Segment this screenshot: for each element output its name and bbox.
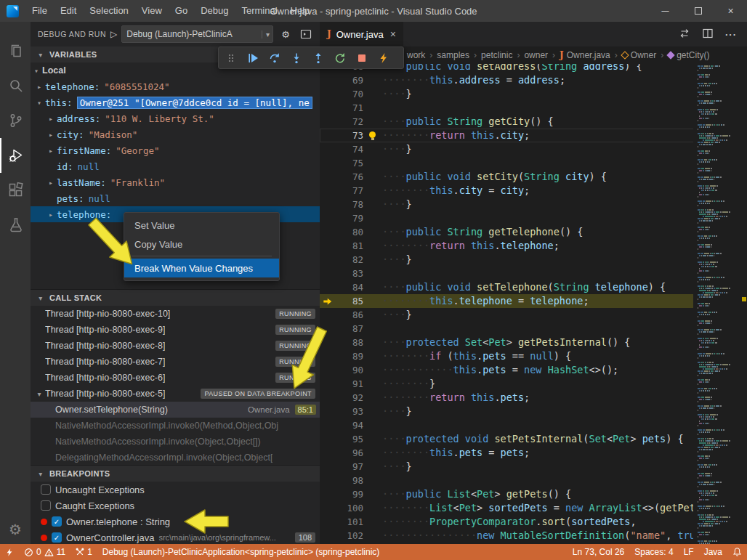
breakpoint-row[interactable]: ✓OwnerController.javasrc\main\java\org\s…: [31, 529, 320, 544]
debug-session-indicator[interactable]: Debug (Launch)-PetClinicApplication<spri…: [97, 544, 385, 560]
breakpoint-row[interactable]: Caught Exceptions: [31, 498, 320, 514]
thread-row[interactable]: ▾Thread [http-nio-8080-exec-5]PAUSED ON …: [31, 386, 320, 402]
run-debug-icon[interactable]: [0, 138, 31, 173]
code-line[interactable]: 84····public void setTelephone(String te…: [320, 280, 747, 294]
breadcrumb-item[interactable]: Owner: [622, 50, 656, 60]
restart-button[interactable]: [329, 48, 351, 68]
code-line[interactable]: 76····public void setCity(String city) {: [320, 170, 747, 184]
breadcrumb-item[interactable]: petclinic: [481, 50, 512, 60]
build-status[interactable]: 1: [70, 544, 97, 560]
gutter-glyph[interactable]: [320, 377, 336, 391]
gutter-glyph[interactable]: [320, 515, 336, 529]
language-indicator[interactable]: Java: [699, 544, 727, 560]
code-line[interactable]: 90············this.pets = new HashSet<>(…: [320, 363, 747, 377]
gutter-glyph[interactable]: [320, 142, 336, 156]
continue-button[interactable]: [242, 48, 264, 68]
breadcrumb-item[interactable]: owner: [524, 50, 548, 60]
chevron-down-icon[interactable]: ▾: [31, 67, 42, 75]
breakpoint-row[interactable]: Uncaught Exceptions: [31, 482, 320, 498]
code-line[interactable]: 79: [320, 211, 747, 225]
gutter-glyph[interactable]: [320, 336, 336, 349]
problems-indicator[interactable]: 0 11: [19, 544, 70, 560]
stop-button[interactable]: [351, 48, 373, 68]
stack-frame-row[interactable]: NativeMethodAccessorImpl.invoke0(Method,…: [31, 418, 320, 434]
breakpoint-checkbox[interactable]: [41, 500, 51, 511]
extensions-icon[interactable]: [0, 173, 31, 208]
chevron-right-icon[interactable]: ▸: [45, 179, 57, 187]
code-line[interactable]: 102················new MutableSortDefini…: [320, 529, 747, 543]
paused-frame-arrow-icon[interactable]: [320, 294, 336, 308]
gutter-glyph[interactable]: [320, 308, 336, 322]
break-when-value-changes-menu-item[interactable]: Break When Value Changes: [124, 259, 279, 277]
gutter-glyph[interactable]: [320, 322, 336, 336]
code-line[interactable]: 91········}: [320, 377, 747, 391]
code-line[interactable]: 72····public String getCity() {: [320, 115, 747, 129]
gutter-glyph[interactable]: [320, 156, 336, 170]
code-line[interactable]: 85········this.telephone = telephone;: [320, 294, 747, 308]
code-line[interactable]: 98: [320, 474, 747, 487]
step-over-button[interactable]: [264, 48, 286, 68]
breakpoint-checkbox[interactable]: ✓: [52, 532, 62, 543]
more-actions-icon[interactable]: ···: [725, 29, 737, 40]
gutter-glyph[interactable]: [320, 405, 336, 418]
close-button[interactable]: ×: [714, 0, 747, 22]
split-editor-icon[interactable]: [702, 28, 714, 41]
code-line[interactable]: 87: [320, 322, 747, 336]
gutter-glyph[interactable]: [320, 446, 336, 460]
menu-edit[interactable]: Edit: [54, 0, 83, 22]
gutter-glyph[interactable]: [320, 460, 336, 474]
gutter-glyph[interactable]: [320, 363, 336, 377]
gutter-glyph[interactable]: [320, 253, 336, 267]
breadcrumb-item[interactable]: JOwner.java: [560, 50, 610, 60]
hot-code-replace-button[interactable]: [373, 48, 395, 68]
lightbulb-icon[interactable]: [369, 131, 376, 138]
code-line[interactable]: 74····}: [320, 142, 747, 156]
chevron-down-icon[interactable]: ▾: [33, 390, 45, 398]
launch-config-dropdown[interactable]: Debug (Launch)-PetClinicA ▾: [121, 25, 273, 43]
code-line[interactable]: 92········return this.pets;: [320, 391, 747, 405]
breadcrumb-item[interactable]: getCity(): [668, 50, 709, 60]
gutter-glyph[interactable]: [320, 418, 336, 432]
notifications-bell[interactable]: [727, 544, 747, 560]
menu-debug[interactable]: Debug: [194, 0, 235, 22]
gutter-glyph[interactable]: [320, 225, 336, 239]
code-line[interactable]: 86····}: [320, 308, 747, 322]
indentation-indicator[interactable]: Spaces: 4: [629, 544, 678, 560]
code-line[interactable]: 88····protected Set<Pet> getPetsInternal…: [320, 336, 747, 349]
gutter-glyph[interactable]: [320, 101, 336, 115]
code-line[interactable]: 82····}: [320, 253, 747, 267]
variable-row[interactable]: pets:null: [31, 190, 320, 206]
chevron-down-icon[interactable]: ▾: [33, 99, 45, 107]
thread-row[interactable]: Thread [http-nio-8080-exec-7]RUNNING: [31, 354, 320, 370]
code-line[interactable]: 70····}: [320, 87, 747, 101]
chevron-right-icon[interactable]: ▸: [45, 211, 57, 219]
breakpoint-checkbox[interactable]: [41, 484, 51, 495]
gutter-glyph[interactable]: [320, 267, 336, 280]
variable-row[interactable]: ▸lastName:"Franklin": [31, 174, 320, 190]
gutter-glyph[interactable]: [320, 129, 336, 142]
thread-row[interactable]: Thread [http-nio-8080-exec-10]RUNNING: [31, 306, 320, 322]
variable-row[interactable]: ▸firstName:"George": [31, 142, 320, 158]
menu-go[interactable]: Go: [169, 0, 194, 22]
cursor-position[interactable]: Ln 73, Col 26: [568, 544, 629, 560]
code-line[interactable]: 96········this.pets = pets;: [320, 446, 747, 460]
breadcrumb-item[interactable]: samples: [437, 50, 469, 60]
chevron-right-icon[interactable]: ▸: [45, 115, 57, 123]
gutter-glyph[interactable]: [320, 211, 336, 225]
code-line[interactable]: 101········PropertyComparator.sort(sorte…: [320, 515, 747, 529]
eol-indicator[interactable]: LF: [679, 544, 699, 560]
gutter-glyph[interactable]: [320, 474, 336, 487]
remote-indicator[interactable]: [0, 544, 19, 560]
variable-row[interactable]: ▸address:"110 W. Liberty St.": [31, 110, 320, 126]
code-line[interactable]: 89········if (this.pets == null) {: [320, 349, 747, 363]
breakpoint-checkbox[interactable]: ✓: [52, 516, 62, 527]
code-line[interactable]: 83: [320, 267, 747, 280]
context-menu-item[interactable]: Set Value: [124, 216, 279, 235]
breadcrumb-item[interactable]: work: [407, 50, 425, 60]
gutter-glyph[interactable]: [320, 529, 336, 543]
explorer-icon[interactable]: [0, 33, 31, 68]
thread-row[interactable]: Thread [http-nio-8080-exec-8]RUNNING: [31, 338, 320, 354]
open-launch-settings-gear-icon[interactable]: ⚙: [278, 26, 294, 42]
code-line[interactable]: 95····protected void setPetsInternal(Set…: [320, 432, 747, 446]
overview-ruler[interactable]: [741, 64, 747, 544]
